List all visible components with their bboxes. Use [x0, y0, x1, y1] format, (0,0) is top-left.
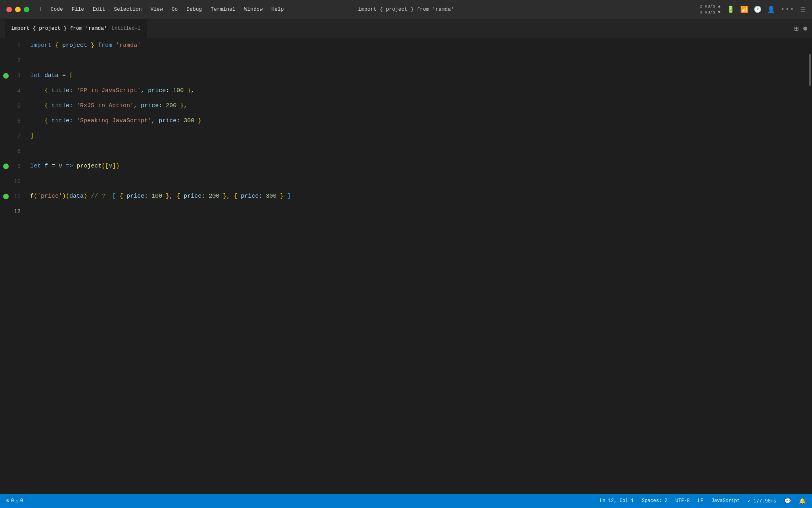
- line-ending-status[interactable]: LF: [698, 498, 703, 504]
- close-button[interactable]: [6, 7, 12, 12]
- token-brace-4b: }: [187, 83, 191, 98]
- code-line-4: { title : 'FP in JavaScript' , price : 1…: [25, 83, 806, 98]
- token-fp-str: 'FP in JavaScript': [77, 83, 141, 98]
- menu-code[interactable]: Code: [47, 5, 67, 14]
- code-line-12: [25, 204, 806, 219]
- token-paren-11a: (: [34, 189, 37, 204]
- apple-icon: : [39, 6, 43, 13]
- window-title: import { project } from 'ramda': [358, 6, 454, 12]
- comment-icon[interactable]: 💬: [784, 498, 791, 504]
- gutter-line-2: 2: [0, 53, 25, 68]
- bell-icon[interactable]: 🔔: [799, 498, 806, 504]
- token-paren-11b: ): [62, 189, 66, 204]
- breakpoint-3: [3, 73, 9, 79]
- token-let-9: let: [30, 159, 41, 174]
- code-line-6: { title : 'Speaking JavaScript' , price …: [25, 114, 806, 129]
- gutter-line-1: 1: [0, 38, 25, 53]
- code-line-10: [25, 174, 806, 189]
- gutter-line-6: 6: [0, 114, 25, 129]
- token-brace-open: {: [55, 38, 62, 53]
- line-numbers-gutter: 1 2 3 4 5 6 7 8 9 10 11 12: [0, 38, 25, 494]
- error-icon: ⊗: [6, 498, 10, 504]
- code-line-11: f ( 'price' ) ( data ) // ? [ { price : …: [25, 189, 806, 204]
- token-brace-5a: {: [44, 98, 52, 114]
- scrollbar-thumb[interactable]: [809, 54, 811, 86]
- token-result-brace3-open: {: [234, 189, 241, 204]
- token-bracket-open: [: [69, 68, 73, 83]
- token-speaking-str: 'Speaking JavaScript': [77, 114, 151, 129]
- gutter-line-5: 5: [0, 98, 25, 114]
- menu-file[interactable]: File: [68, 5, 88, 14]
- token-paren-open: (: [102, 159, 105, 174]
- token-paren-11c: (: [66, 189, 69, 204]
- token-f-call: f: [30, 189, 34, 204]
- menu-window[interactable]: Window: [240, 5, 267, 14]
- gutter-line-7: 7: [0, 129, 25, 144]
- token-let-3: let: [30, 68, 41, 83]
- tab-filename: import { project } from 'ramda': [11, 25, 107, 31]
- token-data-11: data: [69, 189, 84, 204]
- token-space2: [94, 38, 98, 53]
- spaces-status[interactable]: Spaces: 2: [642, 498, 668, 504]
- more-icon: •••: [781, 6, 795, 13]
- gutter-line-8: 8: [0, 144, 25, 159]
- errors-indicator[interactable]: ⊗ 0 ⚠ 0: [6, 498, 23, 504]
- network-status: 2 KB/s ▲0 KB/s ▼: [699, 4, 720, 15]
- token-ramda: 'ramda': [116, 38, 141, 53]
- token-300: 300: [184, 114, 194, 129]
- token-brace-6a: {: [44, 114, 52, 129]
- encoding-status[interactable]: UTF-8: [676, 498, 690, 504]
- warning-icon: ⚠: [15, 498, 19, 504]
- code-line-1: import { project } from 'ramda': [25, 38, 806, 53]
- code-line-9: let f = v => project ( [ v ] ): [25, 159, 806, 174]
- token-project: project: [62, 38, 87, 53]
- token-paren-11d: ): [84, 189, 87, 204]
- menu-help[interactable]: Help: [268, 5, 288, 14]
- token-data: data: [44, 68, 59, 83]
- minimize-button[interactable]: [15, 7, 21, 12]
- menu-debug[interactable]: Debug: [182, 5, 206, 14]
- gutter-line-9: 9: [0, 159, 25, 174]
- code-line-8: [25, 144, 806, 159]
- title-bar:  Code File Edit Selection View Go Debug…: [0, 0, 812, 19]
- menu-bar:  Code File Edit Selection View Go Debug…: [39, 5, 288, 14]
- token-title-5: title: [52, 98, 69, 114]
- token-arrow: =>: [66, 159, 73, 174]
- gutter-line-12: 12: [0, 204, 25, 219]
- token-bracket-close: ]: [30, 129, 34, 144]
- token-comment: // ?: [91, 189, 105, 204]
- token-price-4: price: [148, 83, 166, 98]
- profile-icon: 👤: [767, 6, 775, 13]
- code-line-2: [25, 53, 806, 68]
- menu-go[interactable]: Go: [168, 5, 182, 14]
- active-tab[interactable]: import { project } from 'ramda' Untitled…: [5, 19, 147, 38]
- split-editor-icon[interactable]: ⊞: [794, 24, 799, 33]
- token-title-4: title: [52, 83, 69, 98]
- token-result-brace2-close: }: [223, 189, 226, 204]
- wifi-icon: 📶: [740, 6, 748, 13]
- traffic-lights: [6, 7, 29, 12]
- token-result-brace1-open: {: [119, 189, 126, 204]
- language-status[interactable]: JavaScript: [711, 498, 740, 504]
- publish-dot[interactable]: [803, 27, 807, 31]
- status-right: Ln 12, Col 1 Spaces: 2 UTF-8 LF JavaScri…: [599, 498, 806, 504]
- token-import: import: [30, 38, 52, 53]
- line-col-status[interactable]: Ln 12, Col 1: [599, 498, 634, 504]
- menu-edit[interactable]: Edit: [89, 5, 109, 14]
- vertical-scrollbar[interactable]: [806, 38, 812, 494]
- timing-status: ✓ 177.98ms: [748, 498, 776, 504]
- token-paren-close: ): [116, 159, 119, 174]
- menu-view[interactable]: View: [146, 5, 167, 14]
- menu-terminal[interactable]: Terminal: [207, 5, 239, 14]
- token-result-300: 300: [266, 189, 277, 204]
- gutter-line-3: 3: [0, 68, 25, 83]
- token-200: 200: [166, 98, 176, 114]
- code-editor[interactable]: import { project } from 'ramda' let data…: [25, 38, 806, 494]
- menu-selection[interactable]: Selection: [110, 5, 146, 14]
- token-title-6: title: [52, 114, 69, 129]
- maximize-button[interactable]: [24, 7, 29, 12]
- token-brace-5b: }: [180, 98, 184, 114]
- token-result-bracket-close: ]: [287, 189, 291, 204]
- list-icon: ☰: [800, 6, 806, 13]
- battery-icon: 🔋: [727, 6, 735, 13]
